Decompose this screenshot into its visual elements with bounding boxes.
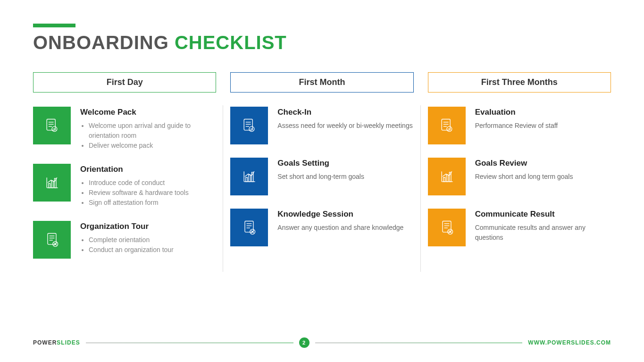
bullet-item: Sign off attestation form bbox=[89, 198, 216, 208]
footer: POWERSLIDES 2 WWW.POWERSLIDES.COM bbox=[33, 337, 611, 348]
chart-icon bbox=[230, 158, 268, 195]
bullet-item: Introduce code of conduct bbox=[89, 178, 216, 188]
column-divider bbox=[420, 105, 421, 272]
item-description: Set short and long-term goals bbox=[277, 172, 413, 182]
chart-icon bbox=[428, 158, 466, 195]
checklist-item: Check-InAssess need for weekly or bi-wee… bbox=[230, 107, 413, 144]
svg-rect-45 bbox=[446, 175, 448, 181]
item-body: OrientationIntroduce code of conductRevi… bbox=[80, 164, 216, 208]
item-title: Evaluation bbox=[475, 108, 611, 117]
svg-rect-0 bbox=[47, 119, 55, 130]
svg-rect-9 bbox=[51, 181, 53, 187]
checklist-item: EvaluationPerformance Review of staff bbox=[428, 107, 611, 144]
docx-icon bbox=[428, 209, 466, 246]
item-title: Welcome Pack bbox=[80, 108, 216, 117]
doc-icon bbox=[230, 107, 268, 144]
brand-part1: POWER bbox=[33, 339, 57, 346]
item-title: Organization Tour bbox=[80, 222, 216, 231]
brand-part2: SLIDES bbox=[57, 339, 80, 346]
slide: ONBOARDING CHECKLIST First DayWelcome Pa… bbox=[0, 0, 644, 272]
svg-rect-29 bbox=[245, 221, 253, 232]
column-0: First DayWelcome PackWelcome upon arriva… bbox=[33, 72, 216, 272]
docx-icon bbox=[230, 209, 268, 246]
item-description: Communicate results and answer any quest… bbox=[475, 223, 611, 243]
item-body: Welcome PackWelcome upon arrival and gui… bbox=[80, 107, 216, 151]
item-body: Goals ReviewReview short and long term g… bbox=[475, 158, 611, 182]
item-body: Organization TourComplete orientationCon… bbox=[80, 221, 216, 255]
chart-icon bbox=[33, 164, 71, 202]
item-title: Check-In bbox=[277, 108, 413, 117]
footer-line-left bbox=[86, 343, 293, 343]
docx-icon bbox=[33, 221, 71, 259]
svg-rect-27 bbox=[249, 175, 251, 181]
item-bullets: Complete orientationConduct an organizat… bbox=[80, 235, 216, 255]
columns-container: First DayWelcome PackWelcome upon arriva… bbox=[33, 72, 611, 272]
page-number: 2 bbox=[299, 337, 309, 348]
svg-rect-11 bbox=[48, 234, 56, 244]
checklist-item: Organization TourComplete orientationCon… bbox=[33, 221, 216, 259]
svg-rect-26 bbox=[246, 177, 248, 182]
column-2: First Three MonthsEvaluationPerformance … bbox=[428, 72, 611, 272]
column-header: First Day bbox=[33, 72, 216, 93]
checklist-item: Goals ReviewReview short and long term g… bbox=[428, 158, 611, 195]
item-description: Assess need for weekly or bi-weekly meet… bbox=[277, 121, 413, 131]
brand-name: POWERSLIDES bbox=[33, 339, 80, 346]
doc-icon bbox=[33, 107, 71, 144]
checklist-item: Knowledge SessionAnswer any question and… bbox=[230, 209, 413, 246]
checklist-item: Welcome PackWelcome upon arrival and gui… bbox=[33, 107, 216, 151]
item-title: Orientation bbox=[80, 165, 216, 174]
item-title: Knowledge Session bbox=[277, 210, 413, 219]
item-description: Review short and long term goals bbox=[475, 172, 611, 182]
svg-rect-8 bbox=[49, 184, 50, 188]
item-title: Goals Setting bbox=[277, 159, 413, 168]
title-word1: ONBOARDING bbox=[33, 32, 169, 53]
bullet-item: Review software & hardware tools bbox=[89, 188, 216, 198]
item-description: Performance Review of staff bbox=[475, 121, 611, 131]
footer-line-right bbox=[315, 343, 523, 343]
item-body: EvaluationPerformance Review of staff bbox=[475, 107, 611, 131]
bullet-item: Deliver welcome pack bbox=[89, 141, 216, 151]
item-title: Communicate Result bbox=[475, 210, 611, 219]
item-bullets: Welcome upon arrival and guide to orient… bbox=[80, 121, 216, 151]
item-body: Check-InAssess need for weekly or bi-wee… bbox=[277, 107, 413, 131]
checklist-item: Communicate ResultCommunicate results an… bbox=[428, 209, 611, 246]
svg-rect-47 bbox=[443, 221, 451, 232]
svg-rect-36 bbox=[442, 119, 450, 130]
bullet-item: Complete orientation bbox=[89, 235, 216, 245]
doc-icon bbox=[428, 107, 466, 144]
item-bullets: Introduce code of conductReview software… bbox=[80, 178, 216, 208]
column-1: First MonthCheck-InAssess need for weekl… bbox=[230, 72, 413, 272]
item-body: Knowledge SessionAnswer any question and… bbox=[277, 209, 413, 233]
item-title: Goals Review bbox=[475, 159, 611, 168]
column-header: First Three Months bbox=[428, 72, 611, 93]
checklist-item: Goals SettingSet short and long-term goa… bbox=[230, 158, 413, 195]
accent-bar bbox=[33, 24, 75, 27]
page-title: ONBOARDING CHECKLIST bbox=[33, 32, 611, 53]
bullet-item: Conduct an organization tour bbox=[89, 245, 216, 255]
svg-rect-18 bbox=[244, 119, 253, 130]
title-word2: CHECKLIST bbox=[175, 32, 287, 53]
svg-rect-44 bbox=[443, 177, 445, 182]
footer-url: WWW.POWERSLIDES.COM bbox=[528, 339, 611, 346]
checklist-item: OrientationIntroduce code of conductRevi… bbox=[33, 164, 216, 208]
item-description: Answer any question and share knowledge bbox=[277, 223, 413, 233]
item-body: Goals SettingSet short and long-term goa… bbox=[277, 158, 413, 182]
bullet-item: Welcome upon arrival and guide to orient… bbox=[89, 121, 216, 141]
column-divider bbox=[223, 105, 223, 272]
column-header: First Month bbox=[230, 72, 413, 93]
item-body: Communicate ResultCommunicate results an… bbox=[475, 209, 611, 243]
